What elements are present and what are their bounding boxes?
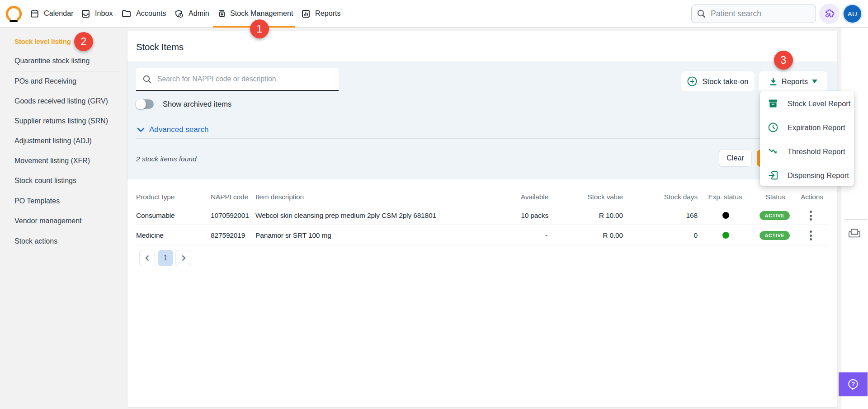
- svg-text:?: ?: [851, 381, 855, 387]
